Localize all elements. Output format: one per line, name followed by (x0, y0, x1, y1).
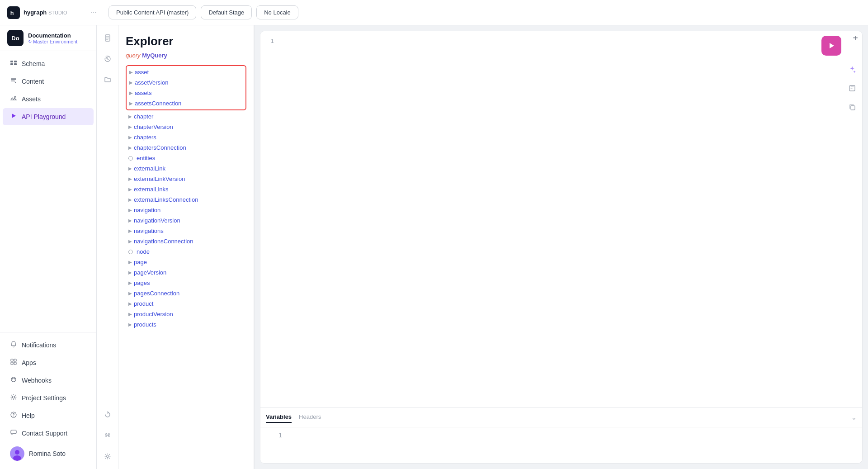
item-label: product (134, 300, 153, 307)
explorer-item-node[interactable]: node (126, 246, 246, 257)
command-icon-btn[interactable] (100, 428, 115, 443)
sidebar-item-apps[interactable]: Apps (3, 354, 94, 371)
explorer-item-externalLinks[interactable]: ▶ externalLinks (126, 184, 246, 194)
no-locale-button[interactable]: No Locale (256, 5, 298, 19)
line-number: 1 (260, 38, 274, 44)
explorer-item-navigationsConnection[interactable]: ▶ navigationsConnection (126, 236, 246, 246)
default-stage-button[interactable]: Default Stage (201, 5, 252, 19)
sidebar-item-assets[interactable]: Assets (3, 90, 94, 108)
explorer-item-pageVersion[interactable]: ▶ pageVersion (126, 267, 246, 278)
explorer-item-externalLinksConnection[interactable]: ▶ externalLinksConnection (126, 194, 246, 205)
expand-arrow: ▶ (128, 270, 132, 275)
explorer-item-externalLink[interactable]: ▶ externalLink (126, 163, 246, 174)
svg-rect-3 (10, 63, 13, 65)
svg-rect-2 (14, 61, 17, 62)
svg-point-12 (13, 396, 15, 398)
refresh-icon-btn[interactable] (100, 407, 115, 422)
env-info: Documentation ↻ Master Environment (28, 32, 77, 44)
ai-assist-button[interactable] (845, 62, 859, 76)
item-label: pages (134, 280, 150, 286)
brand-more-button[interactable]: ··· (91, 9, 97, 17)
explorer-item-entities[interactable]: entities (126, 153, 246, 163)
sidebar-item-schema[interactable]: Schema (3, 55, 94, 72)
expand-arrow: ▶ (128, 166, 132, 171)
folder-icon-btn[interactable] (100, 72, 115, 87)
explorer-item-product[interactable]: ▶ product (126, 298, 246, 309)
play-button[interactable] (821, 36, 841, 56)
explorer-item-assetsConnection[interactable]: ▶ assetsConnection (127, 98, 245, 109)
sidebar-nav: Schema Content Assets (0, 51, 96, 332)
item-label: chapters (134, 134, 156, 141)
explorer-item-navigation[interactable]: ▶ navigation (126, 205, 246, 215)
explorer-item-assets[interactable]: ▶ assets (127, 88, 245, 98)
sidebar-item-project-settings[interactable]: Project Settings (3, 389, 94, 407)
explorer-item-navigations[interactable]: ▶ navigations (126, 226, 246, 236)
chevron-down-icon[interactable]: ⌄ (851, 414, 857, 421)
add-tab-button[interactable]: + (849, 32, 862, 44)
main-layout: Do Documentation ↻ Master Environment (0, 25, 868, 469)
svg-point-17 (15, 450, 19, 455)
svg-point-5 (14, 96, 16, 98)
expand-arrow: ▶ (128, 197, 132, 202)
explorer-query-line: query MyQuery (126, 52, 246, 59)
expand-arrow: ▶ (128, 114, 132, 119)
explorer-item-assetVersion[interactable]: ▶ assetVersion (127, 77, 245, 88)
explorer-item-page[interactable]: ▶ page (126, 257, 246, 267)
svg-rect-1 (10, 61, 13, 62)
copy-button[interactable] (845, 100, 859, 114)
variables-tab[interactable]: Variables (266, 412, 292, 423)
explorer-item-pagesConnection[interactable]: ▶ pagesConnection (126, 288, 246, 298)
apps-icon (10, 358, 17, 367)
contact-support-icon (10, 429, 17, 438)
history-icon-btn[interactable] (100, 52, 115, 66)
brand-area: h hygraph STUDIO ··· (7, 6, 104, 19)
sidebar-item-user[interactable]: Romina Soto (3, 442, 94, 465)
explorer-item-asset[interactable]: ▶ asset (127, 67, 245, 77)
topbar: h hygraph STUDIO ··· Public Content API … (0, 0, 868, 25)
sidebar-env[interactable]: Do Documentation ↻ Master Environment (0, 25, 96, 51)
item-label: navigation (134, 207, 160, 213)
avatar: Do (7, 30, 24, 46)
format-button[interactable] (845, 81, 859, 95)
sidebar-item-label: Notifications (22, 341, 56, 349)
expand-arrow: ▶ (128, 301, 132, 306)
public-content-api-button[interactable]: Public Content API (master) (108, 5, 196, 19)
explorer-item-chaptersConnection[interactable]: ▶ chaptersConnection (126, 142, 246, 153)
item-label: externalLink (134, 165, 165, 172)
env-sub: ↻ Master Environment (28, 39, 77, 44)
headers-tab[interactable]: Headers (299, 412, 321, 423)
explorer-item-navigationVersion[interactable]: ▶ navigationVersion (126, 215, 246, 226)
settings-icon-btn[interactable] (100, 449, 115, 464)
explorer-item-products[interactable]: ▶ products (126, 319, 246, 330)
explorer-item-externalLinkVersion[interactable]: ▶ externalLinkVersion (126, 174, 246, 184)
highlighted-group: ▶ asset ▶ assetVersion ▶ assets ▶ assets… (126, 65, 246, 110)
explorer-item-productVersion[interactable]: ▶ productVersion (126, 309, 246, 319)
explorer-item-pages[interactable]: ▶ pages (126, 278, 246, 288)
explorer-item-chapters[interactable]: ▶ chapters (126, 132, 246, 142)
brand-name: hygraph STUDIO (24, 9, 67, 16)
sidebar-item-content[interactable]: Content (3, 73, 94, 90)
expand-arrow: ▶ (128, 145, 132, 150)
api-playground-icon (10, 112, 17, 121)
document-icon-btn[interactable] (100, 31, 115, 45)
editor-content[interactable] (278, 31, 862, 407)
item-label: assetsConnection (135, 100, 181, 107)
expand-arrow: ▶ (128, 135, 132, 140)
icon-panel (97, 25, 118, 469)
sidebar-item-help[interactable]: Help (3, 407, 94, 424)
sidebar-item-label: Romina Soto (29, 450, 66, 457)
sidebar-item-api-playground[interactable]: API Playground (3, 108, 94, 125)
expand-arrow: ▶ (128, 228, 132, 233)
sidebar-item-webhooks[interactable]: Webhooks (3, 372, 94, 389)
sidebar-item-label: API Playground (22, 113, 66, 120)
item-label: asset (135, 69, 149, 76)
explorer-item-chapter[interactable]: ▶ chapter (126, 111, 246, 122)
sidebar-item-contact-support[interactable]: Contact Support (3, 425, 94, 442)
variables-content: 1 (260, 427, 862, 463)
explorer-item-chapterVersion[interactable]: ▶ chapterVersion (126, 122, 246, 132)
sidebar-item-notifications[interactable]: Notifications (3, 336, 94, 354)
svg-rect-23 (851, 106, 855, 110)
item-label: chapter (134, 113, 153, 120)
expand-arrow: ▶ (129, 90, 133, 95)
expand-arrow: ▶ (128, 124, 132, 129)
